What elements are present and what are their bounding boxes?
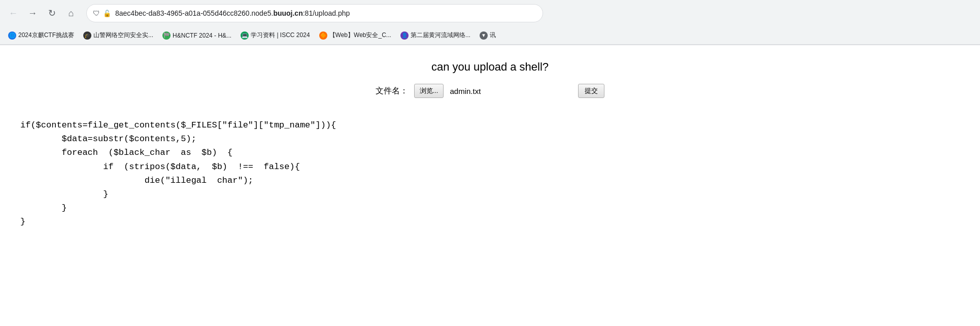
- bookmark-item-6[interactable]: 👤 第二届黄河流域网络...: [396, 29, 475, 42]
- bookmark-icon-7: ▼: [480, 31, 488, 40]
- shield-icon: 🛡: [93, 9, 100, 17]
- bookmark-icon-3: 🏁: [162, 31, 171, 40]
- bookmark-label-1: 2024京麒CTF挑战赛: [18, 31, 74, 40]
- url-part1: 8aec4bec-da83-4965-a01a-055d46cc8260.nod…: [115, 9, 273, 17]
- code-line-8: }: [20, 215, 960, 229]
- file-name-display: admin.txt: [450, 87, 481, 95]
- back-button[interactable]: ←: [6, 6, 20, 20]
- bookmark-icon-1: 🌐: [8, 31, 16, 40]
- bookmark-label-2: 山警网络空间安全实...: [93, 31, 153, 40]
- code-line-2: $data=substr($contents,5);: [20, 132, 960, 146]
- browse-button[interactable]: 浏览...: [414, 84, 444, 98]
- bookmark-item-3[interactable]: 🏁 H&NCTF 2024 - H&...: [158, 29, 235, 42]
- home-icon: ⌂: [69, 8, 74, 19]
- upload-form: 文件名： 浏览... admin.txt 提交: [10, 84, 970, 98]
- bookmark-item-7[interactable]: ▼ 讯: [476, 29, 500, 42]
- bookmark-icon-2: 🎓: [83, 31, 91, 40]
- refresh-button[interactable]: ↻: [45, 6, 59, 20]
- nav-bar: ← → ↻ ⌂ 🛡 🔓 8aec4bec-da83-4965-a01a-055d…: [0, 0, 980, 26]
- code-line-6: }: [20, 187, 960, 201]
- bookmark-item-2[interactable]: 🎓 山警网络空间安全实...: [79, 29, 157, 42]
- address-bar-icons: 🛡 🔓: [93, 9, 111, 17]
- bookmark-label-7: 讯: [490, 31, 496, 40]
- browser-chrome: ← → ↻ ⌂ 🛡 🔓 8aec4bec-da83-4965-a01a-055d…: [0, 0, 980, 45]
- address-bar[interactable]: 🛡 🔓 8aec4bec-da83-4965-a01a-055d46cc8260…: [86, 4, 543, 22]
- bookmark-label-5: 【Web】Web安全_C...: [329, 31, 391, 40]
- forward-button[interactable]: →: [25, 6, 40, 20]
- bookmark-item-4[interactable]: 💻 学习资料 | ISCC 2024: [236, 29, 314, 42]
- lock-icon: 🔓: [103, 10, 111, 17]
- address-text: 8aec4bec-da83-4965-a01a-055d46cc8260.nod…: [115, 9, 536, 17]
- forward-icon: →: [28, 8, 37, 19]
- code-line-1: if($contents=file_get_contents($_FILES["…: [20, 118, 960, 132]
- file-label: 文件名：: [376, 86, 408, 96]
- bookmark-icon-5: 🔶: [319, 31, 327, 40]
- nav-icons: ← → ↻ ⌂: [6, 6, 78, 20]
- bookmarks-bar: 🌐 2024京麒CTF挑战赛 🎓 山警网络空间安全实... 🏁 H&NCTF 2…: [0, 26, 980, 45]
- url-domain: buuoj.cn: [273, 9, 302, 17]
- page-title: can you upload a shell?: [10, 55, 970, 74]
- back-icon: ←: [9, 8, 18, 19]
- code-block: if($contents=file_get_contents($_FILES["…: [10, 113, 970, 234]
- code-line-7: }: [20, 201, 960, 215]
- code-line-4: if (stripos($data, $b) !== false){: [20, 160, 960, 174]
- bookmark-item-5[interactable]: 🔶 【Web】Web安全_C...: [315, 29, 395, 42]
- bookmark-label-4: 学习资料 | ISCC 2024: [251, 31, 310, 40]
- page-content: can you upload a shell? 文件名： 浏览... admin…: [0, 45, 980, 326]
- refresh-icon: ↻: [48, 8, 56, 19]
- home-button[interactable]: ⌂: [64, 6, 78, 20]
- url-path: :81/upload.php: [303, 9, 350, 17]
- bookmark-item-1[interactable]: 🌐 2024京麒CTF挑战赛: [4, 29, 78, 42]
- bookmark-label-3: H&NCTF 2024 - H&...: [173, 32, 231, 39]
- bookmark-icon-6: 👤: [400, 31, 409, 40]
- bookmark-label-6: 第二届黄河流域网络...: [411, 31, 470, 40]
- bookmark-icon-4: 💻: [241, 31, 249, 40]
- code-line-5: die("illegal char");: [20, 174, 960, 187]
- code-line-3: foreach ($black_char as $b) {: [20, 146, 960, 159]
- submit-button[interactable]: 提交: [578, 84, 604, 98]
